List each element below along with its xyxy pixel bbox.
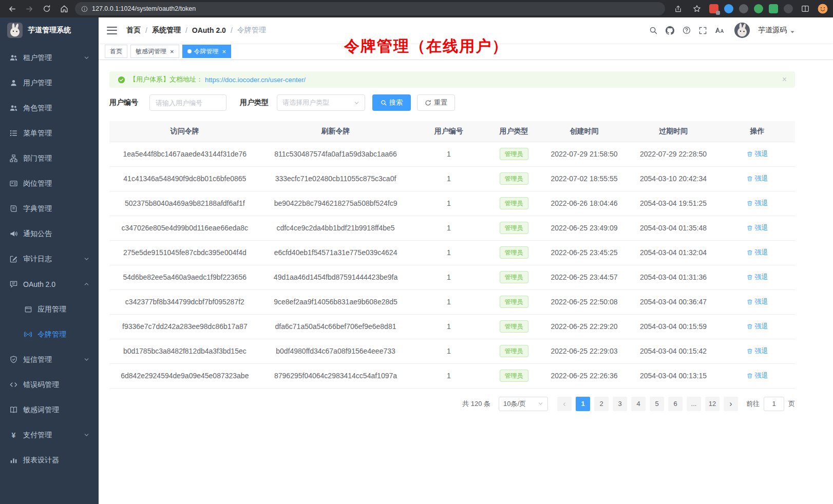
bookmark-star-icon[interactable] [690, 2, 704, 15]
sidebar-item-audit-log[interactable]: 审计日志 [0, 246, 99, 272]
tab-0[interactable]: 首页 [105, 45, 127, 58]
page-button-4[interactable]: 4 [631, 397, 646, 411]
extension-icon-5[interactable] [769, 4, 778, 13]
sidebar-item-sms[interactable]: 短信管理 [0, 347, 99, 372]
sidebar-item-label: 角色管理 [23, 104, 52, 113]
table-row: f9336e7c7dd242a283ee98dc86b17a87dfa6c71a… [109, 314, 795, 339]
search-button[interactable]: 搜索 [372, 94, 411, 111]
sidebar-item-pay[interactable]: ¥支付管理 [0, 422, 99, 448]
page-button-1[interactable]: 1 [576, 397, 590, 411]
share-icon[interactable] [671, 2, 685, 15]
prev-page-button[interactable]: ‹ [557, 397, 572, 411]
extension-icon-4[interactable] [754, 4, 763, 13]
extension-icon-3[interactable] [739, 4, 748, 13]
doc-alert: 【用户体系】文档地址： https://doc.iocoder.cn/user-… [109, 71, 795, 88]
sidebar-item-report-designer[interactable]: 报表设计器 [0, 448, 99, 473]
force-logout-button[interactable]: 强退 [747, 322, 768, 331]
font-size-icon[interactable] [715, 27, 724, 34]
breadcrumb-item-2[interactable]: OAuth 2.0 [192, 26, 226, 34]
chat-icon [9, 280, 18, 288]
sidebar-item-menu[interactable]: 菜单管理 [0, 121, 99, 146]
sidebar-item-oauth2[interactable]: OAuth 2.0 [0, 272, 99, 297]
force-logout-button[interactable]: 强退 [747, 273, 768, 282]
sidebar-item-label: 应用管理 [37, 305, 66, 314]
next-page-button[interactable]: › [724, 397, 738, 411]
table-row: 502375b8040a469a9b82188afdf6af1fbe90422b… [109, 191, 795, 216]
user-name[interactable]: 芋道源码 [758, 26, 787, 35]
alert-close-icon[interactable]: × [782, 75, 787, 84]
user-id-input[interactable] [149, 94, 226, 111]
sidebar-item-error-code[interactable]: 错误码管理 [0, 372, 99, 397]
user-type-select[interactable]: 请选择用户类型 [277, 94, 365, 111]
breadcrumb-separator: / [145, 26, 147, 34]
delete-icon [747, 274, 753, 280]
tab-1[interactable]: 敏感词管理× [130, 45, 179, 58]
cell-created-time: 2022-06-25 23:44:57 [541, 265, 627, 289]
force-logout-button[interactable]: 强退 [747, 248, 768, 257]
split-view-icon[interactable] [799, 2, 812, 15]
breadcrumb-item-1[interactable]: 系统管理 [152, 26, 181, 35]
force-logout-button[interactable]: 强退 [747, 223, 768, 232]
sidebar-item-dept[interactable]: 部门管理 [0, 146, 99, 171]
tab-close-icon[interactable]: × [222, 48, 226, 55]
browser-forward-button[interactable] [23, 2, 36, 15]
site-info-icon[interactable] [81, 6, 88, 12]
table-row: 41c41346a548490f9dc8b01c6bfe0865333ecfc7… [109, 166, 795, 191]
tab-close-icon[interactable]: × [170, 48, 174, 55]
sidebar-item-role[interactable]: 角色管理 [0, 95, 99, 121]
force-logout-button[interactable]: 强退 [747, 199, 768, 208]
force-logout-button[interactable]: 强退 [747, 297, 768, 306]
force-logout-button[interactable]: 强退 [747, 346, 768, 356]
doc-link[interactable]: https://doc.iocoder.cn/user-center/ [205, 76, 306, 84]
goto-page-input[interactable] [764, 397, 784, 411]
sidebar-item-oauth2-token[interactable]: 令牌管理 [0, 322, 99, 347]
force-logout-button[interactable]: 强退 [747, 174, 768, 183]
sidebar-item-label: 令牌管理 [37, 330, 66, 339]
browser-address-bar[interactable]: 127.0.0.1:1024/system/oauth2/token [75, 2, 665, 15]
reset-button[interactable]: 重置 [417, 94, 455, 111]
extension-icon-2[interactable] [724, 4, 733, 13]
help-icon[interactable] [683, 26, 691, 34]
page-unit-label: 页 [788, 399, 795, 409]
sidebar-item-oauth2-app[interactable]: 应用管理 [0, 297, 99, 322]
browser-reload-button[interactable] [40, 2, 53, 15]
breadcrumb-separator: / [185, 26, 187, 34]
fullscreen-icon[interactable] [699, 27, 707, 34]
browser-profile-avatar[interactable] [818, 4, 828, 14]
cell-user-type: 管理员 [486, 216, 541, 240]
github-icon[interactable] [666, 26, 674, 35]
sidebar-item-tenant[interactable]: 租户管理 [0, 45, 99, 70]
sidebar-item-notice[interactable]: 通知公告 [0, 221, 99, 246]
sidebar-item-user[interactable]: 用户管理 [0, 70, 99, 95]
navbar-tools: 芋道源码 [649, 23, 795, 38]
cell-user-type: 管理员 [486, 363, 541, 388]
force-logout-button[interactable]: 强退 [747, 149, 768, 159]
page-button-6[interactable]: 6 [668, 397, 683, 411]
browser-back-button[interactable] [5, 2, 18, 15]
header-search-icon[interactable] [649, 26, 657, 34]
extension-icon-1[interactable] [709, 4, 718, 13]
extension-icon-6[interactable] [784, 4, 793, 13]
sidebar-item-dict[interactable]: 字典管理 [0, 196, 99, 221]
breadcrumb-item-0[interactable]: 首页 [126, 26, 141, 35]
force-logout-button[interactable]: 强退 [747, 371, 768, 380]
force-logout-label: 强退 [755, 273, 768, 282]
user-avatar[interactable] [734, 23, 750, 38]
delete-icon [747, 323, 753, 329]
page-button-3[interactable]: 3 [613, 397, 627, 411]
page-ellipsis-button[interactable]: ... [687, 397, 701, 411]
total-count: 共 120 条 [462, 399, 490, 409]
app-logo[interactable]: 芋道管理系统 [0, 17, 99, 43]
browser-home-button[interactable] [58, 2, 71, 15]
cell-refresh-token: e6cfd40eb1f54571a31e775e039c4624 [260, 240, 411, 265]
tab-2[interactable]: 令牌管理× [182, 45, 232, 58]
cell-access-token: c342377bf8b344799dcbf7bf095287f2 [109, 289, 260, 314]
page-button-12[interactable]: 12 [705, 397, 720, 411]
sidebar-item-post[interactable]: 岗位管理 [0, 171, 99, 196]
page-size-select[interactable]: 10条/页 [499, 397, 548, 411]
cell-actions: 强退 [720, 314, 795, 339]
sidebar-toggle-icon[interactable] [107, 27, 117, 34]
page-button-5[interactable]: 5 [650, 397, 664, 411]
page-button-2[interactable]: 2 [594, 397, 609, 411]
sidebar-item-sensitive-word[interactable]: 敏感词管理 [0, 397, 99, 422]
